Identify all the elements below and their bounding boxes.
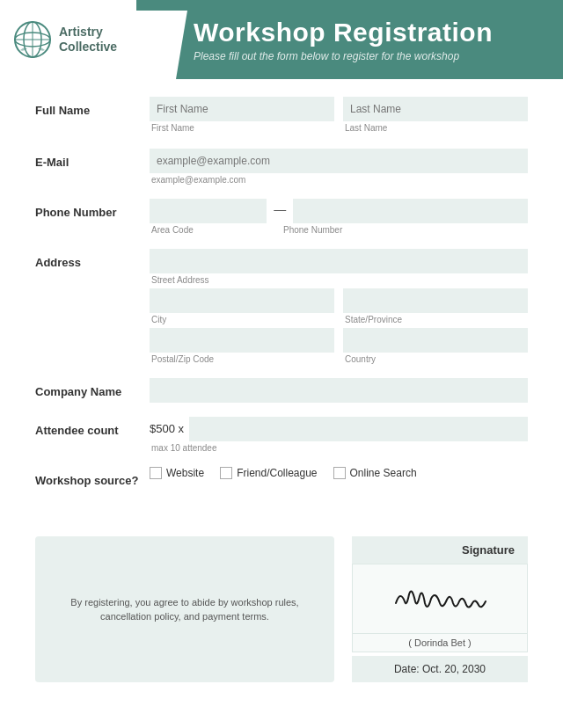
phone-fields: — Area Code Phone Number	[150, 199, 528, 235]
header-title-area: Workshop Registration Please fill out th…	[176, 0, 563, 79]
logo-icon	[13, 20, 52, 59]
attendee-fields: $500 x max 10 attendee	[150, 417, 528, 453]
signature-title: Signature	[352, 536, 528, 564]
source-online[interactable]: Online Search	[333, 467, 417, 479]
area-code-group	[150, 199, 267, 223]
source-options: Website Friend/Colleague Online Search	[150, 467, 528, 479]
last-name-label: Last Name	[343, 123, 528, 133]
postal-group: Postal/Zip Code	[150, 328, 334, 364]
bottom-section: By registering, you agree to abide by wo…	[0, 528, 563, 700]
state-label: State/Province	[343, 315, 528, 324]
logo-text: Artistry Collective	[59, 25, 117, 55]
country-input[interactable]	[343, 328, 528, 353]
phone-number-group	[293, 199, 528, 223]
friend-checkbox[interactable]	[220, 467, 232, 479]
online-checkbox[interactable]	[333, 467, 346, 479]
postal-label: Postal/Zip Code	[150, 354, 334, 364]
page-subtitle: Please fill out the form below to regist…	[194, 50, 545, 62]
last-name-group: Last Name	[343, 97, 528, 133]
company-label: Company Name	[35, 378, 150, 398]
first-name-input[interactable]	[150, 97, 334, 121]
city-group: City	[150, 288, 334, 324]
company-row: Company Name	[35, 378, 528, 403]
full-name-row: Full Name First Name Last Name	[35, 97, 528, 135]
phone-label: Phone Number	[35, 199, 150, 219]
street-label: Street Address	[150, 275, 528, 285]
phone-row: Phone Number — Area Code Phon	[35, 199, 528, 235]
email-input[interactable]	[150, 149, 528, 173]
source-friend[interactable]: Friend/Colleague	[220, 467, 317, 479]
signature-date: Date: Oct. 20, 2030	[352, 656, 528, 682]
postal-input[interactable]	[150, 328, 334, 353]
signature-box: Signature ( Dorinda Bet ) Date: Oct. 20,…	[352, 536, 528, 682]
country-group: Country	[343, 328, 528, 364]
date-value: Oct. 20, 2030	[422, 663, 486, 675]
first-name-label: First Name	[150, 123, 334, 133]
city-input[interactable]	[150, 288, 334, 313]
signature-name: ( Dorinda Bet )	[352, 634, 528, 652]
full-name-fields: First Name Last Name	[150, 97, 528, 135]
attendee-label: Attendee count	[35, 417, 150, 437]
last-name-input[interactable]	[343, 97, 528, 121]
company-input[interactable]	[150, 378, 528, 403]
attendee-note: max 10 attendee	[150, 443, 528, 453]
attendee-count-input[interactable]	[189, 417, 528, 441]
company-fields	[150, 378, 528, 403]
first-name-group: First Name	[150, 97, 334, 133]
address-row: Address Street Address City State/Provin…	[35, 249, 528, 364]
email-placeholder-label: example@example.com	[150, 175, 528, 185]
phone-dash: —	[274, 202, 286, 220]
attendee-prefix: $500 x	[150, 422, 184, 441]
email-label: E-Mail	[35, 149, 150, 169]
attendee-row: Attendee count $500 x max 10 attendee	[35, 417, 528, 453]
logo-area: Artistry Collective	[0, 0, 176, 79]
terms-box: By registering, you agree to abide by wo…	[35, 536, 334, 682]
source-label: Workshop source?	[35, 467, 150, 487]
street-input[interactable]	[150, 249, 528, 273]
page-title: Workshop Registration	[194, 18, 545, 47]
email-row: E-Mail example@example.com	[35, 149, 528, 185]
date-label: Date:	[394, 663, 420, 675]
source-row: Workshop source? Website Friend/Colleagu…	[35, 467, 528, 487]
attendee-count-group	[189, 417, 528, 441]
signature-svg	[387, 577, 493, 621]
address-label: Address	[35, 249, 150, 269]
friend-label: Friend/Colleague	[237, 467, 317, 479]
signature-drawing	[352, 564, 528, 634]
country-label: Country	[343, 354, 528, 364]
city-label: City	[150, 315, 334, 324]
phone-number-input[interactable]	[293, 199, 528, 223]
area-code-label: Area Code	[150, 225, 273, 235]
website-label: Website	[166, 467, 204, 479]
online-search-label: Online Search	[350, 467, 417, 479]
state-input[interactable]	[343, 288, 528, 313]
full-name-label: Full Name	[35, 97, 150, 117]
email-fields: example@example.com	[150, 149, 528, 185]
terms-text: By registering, you agree to abide by wo…	[51, 595, 318, 624]
address-fields: Street Address City State/Province	[150, 249, 528, 364]
website-checkbox[interactable]	[150, 467, 162, 479]
source-fields: Website Friend/Colleague Online Search	[150, 467, 528, 479]
area-code-input[interactable]	[150, 199, 267, 223]
phone-number-label: Phone Number	[282, 225, 528, 235]
state-group: State/Province	[343, 288, 528, 324]
source-website[interactable]: Website	[150, 467, 204, 479]
